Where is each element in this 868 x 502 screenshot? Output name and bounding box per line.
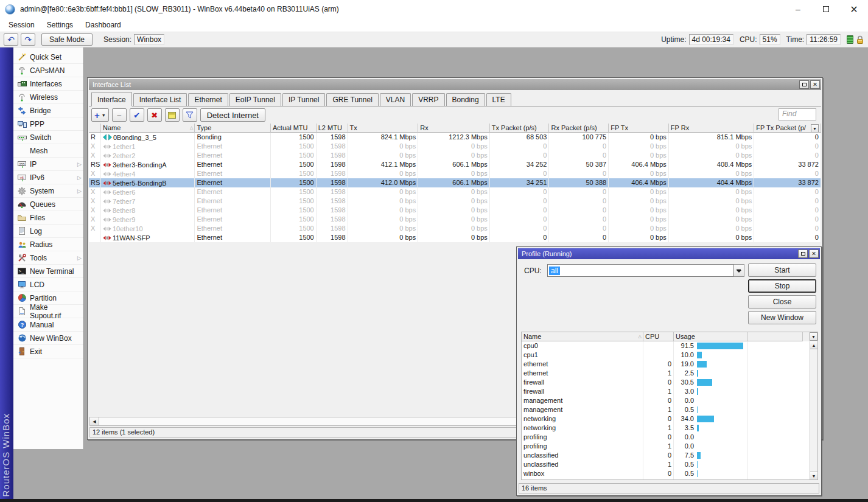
start-button[interactable]: Start [748,263,816,277]
menu-item-settings[interactable]: Settings [41,19,79,30]
sidebar-item-quick-set[interactable]: Quick Set [13,51,83,64]
interface-row-5ether5-bondingb[interactable]: RS5ether5-BondingBEthernet15001598412.0 … [89,178,821,187]
profile-row-profiling-1[interactable]: profiling10.0 [522,442,817,451]
safe-mode-button[interactable]: Safe Mode [41,33,93,46]
interface-window-close-icon[interactable]: ✕ [810,80,820,89]
tab-gre-tunnel[interactable]: GRE Tunnel [326,93,378,106]
column-header-rx-packet-p-s-[interactable]: Rx Packet (p/s) [549,124,609,133]
sidebar-item-lcd[interactable]: LCD [13,278,83,291]
sidebar-item-log[interactable]: Log [13,225,83,238]
menu-item-session[interactable]: Session [2,19,41,30]
sidebar-item-mesh[interactable]: Mesh [13,144,83,158]
sidebar-item-queues[interactable]: Queues [13,198,83,211]
remove-button[interactable]: − [112,108,127,122]
sidebar-item-system[interactable]: System▷ [13,184,83,198]
vertical-scrollbar[interactable]: ▲ ▼ [810,341,817,479]
profile-row-management-0[interactable]: management00.0 [522,396,817,405]
profile-row-cpu0[interactable]: cpu091.5 [522,341,817,350]
scroll-left-icon[interactable]: ◀ [90,417,99,425]
sidebar-item-capsman[interactable]: CAPsMAN [13,64,83,77]
interface-window-titlebar[interactable]: Interface List ✕ [89,79,821,90]
profile-row-firewall-0[interactable]: firewall030.5 [522,378,817,387]
profile-column-header-name[interactable]: Name△ [522,332,643,341]
profile-row-ethernet-0[interactable]: ethernet019.0 [522,360,817,369]
tab-interface[interactable]: Interface [91,92,132,106]
app-titlebar[interactable]: admin@[fe80::6e3b:6bff:fef4:bbb1] (SLOW_… [0,0,868,18]
interface-row-9ether9[interactable]: X9ether9Ethernet150015980 bps0 bps000 bp… [89,215,821,224]
scroll-up-icon[interactable]: ▲ [810,341,817,349]
sidebar-item-ip[interactable]: 255IP▷ [13,158,83,171]
interface-row-3ether3-bondinga[interactable]: RS3ether3-BondingAEthernet15001598412.1 … [89,160,821,169]
sidebar-item-ipv6[interactable]: v6IPv6▷ [13,171,83,184]
profile-window-restore-icon[interactable] [798,249,808,258]
cpu-combobox[interactable]: all [547,264,733,277]
tab-ethernet[interactable]: Ethernet [188,93,228,106]
profile-column-header-cpu[interactable]: CPU [643,332,674,341]
profile-window-close-icon[interactable]: ✕ [809,249,819,258]
sidebar-item-radius[interactable]: Radius [13,238,83,251]
maximize-button[interactable] [812,0,840,18]
add-button[interactable]: +▼ [91,108,109,122]
sidebar-item-manual[interactable]: ?Manual [13,318,83,332]
column-header-fp-rx[interactable]: FP Rx [669,124,755,133]
tab-eoip-tunnel[interactable]: EoIP Tunnel [229,93,281,106]
tab-vrrp[interactable]: VRRP [412,93,444,106]
interface-window-restore-icon[interactable] [799,80,809,89]
sidebar-item-files[interactable]: Files [13,211,83,225]
tab-vlan[interactable]: VLAN [380,93,411,106]
minimize-button[interactable]: – [784,0,812,18]
column-header-l2-mtu[interactable]: L2 MTU [317,124,348,133]
close-button[interactable]: ✕ [840,0,868,18]
tab-interface-list[interactable]: Interface List [133,93,187,106]
profile-row-management-1[interactable]: management10.5 [522,405,817,414]
profile-row-ethernet-1[interactable]: ethernet12.5 [522,369,817,378]
profile-row-winbox-1[interactable]: winbox10.0 [522,478,817,480]
column-header-name[interactable]: Name△ [101,124,195,133]
interface-row-10ether10[interactable]: X10ether10Ethernet150015980 bps0 bps000 … [89,224,821,233]
column-header-tx-packet-p-s-[interactable]: Tx Packet (p/s) [490,124,550,133]
profile-column-options-icon[interactable]: ▼ [810,332,817,341]
sidebar-item-wireless[interactable]: Wireless [13,91,83,104]
menu-item-dashboard[interactable]: Dashboard [79,19,127,30]
interface-row-8ether8[interactable]: X8ether8Ethernet150015980 bps0 bps000 bp… [89,206,821,215]
undo-button[interactable]: ↶ [4,33,18,46]
close-button[interactable]: Close [748,295,816,309]
interface-row-2ether2[interactable]: X2ether2Ethernet150015980 bps0 bps000 bp… [89,151,821,160]
profile-row-winbox-0[interactable]: winbox00.5 [522,469,817,478]
filter-icon[interactable] [183,108,197,122]
profile-row-networking-0[interactable]: networking034.0 [522,414,817,424]
profile-row-networking-1[interactable]: networking13.5 [522,424,817,433]
scroll-down-icon[interactable]: ▼ [810,472,817,479]
column-header-tx[interactable]: Tx [348,124,419,133]
cpu-dropdown-icon[interactable] [733,264,744,277]
sidebar-item-new-winbox[interactable]: New WinBox [13,332,83,345]
interface-row-7ether7[interactable]: X7ether7Ethernet150015980 bps0 bps000 bp… [89,197,821,206]
profile-window-titlebar[interactable]: Profile (Running) ✕ [518,248,820,259]
column-header-type[interactable]: Type [195,124,271,133]
interface-row-0bonding-3-5[interactable]: R0Bonding_3_5Bonding15001598824.1 Mbps12… [89,133,821,142]
sidebar-item-interfaces[interactable]: Interfaces [13,77,83,91]
sidebar-item-bridge[interactable]: Bridge [13,104,83,117]
sidebar-item-new-terminal[interactable]: >_New Terminal [13,265,83,278]
interface-row-1ether1[interactable]: X1ether1Ethernet150015980 bps0 bps000 bp… [89,142,821,151]
column-header-actual-mtu[interactable]: Actual MTU [271,124,317,133]
sidebar-item-make-supout-rif[interactable]: Make Supout.rif [13,305,83,318]
interface-row-11wan-sfp[interactable]: 11WAN-SFPEthernet150015980 bps0 bps000 b… [89,233,821,242]
new-window-button[interactable]: New Window [748,311,816,324]
sidebar-item-switch[interactable]: Switch [13,131,83,144]
profile-row-profiling-0[interactable]: profiling00.0 [522,433,817,442]
tab-lte[interactable]: LTE [486,93,511,106]
profile-row-unclassified-0[interactable]: unclassified07.5 [522,451,817,460]
tab-ip-tunnel[interactable]: IP Tunnel [282,93,325,106]
stop-button[interactable]: Stop [748,279,816,293]
disable-button[interactable]: ✖ [147,108,162,122]
sidebar-item-exit[interactable]: Exit [13,345,83,358]
column-header-flags[interactable] [89,124,101,133]
find-input[interactable]: Find [779,108,816,120]
interface-row-4ether4[interactable]: X4ether4Ethernet150015980 bps0 bps000 bp… [89,169,821,178]
profile-column-header-blank[interactable] [748,332,803,341]
profile-row-unclassified-1[interactable]: unclassified10.5 [522,460,817,469]
sidebar-item-ppp[interactable]: PPP [13,117,83,131]
profile-row-firewall-1[interactable]: firewall13.0 [522,387,817,396]
profile-column-header-usage[interactable]: Usage [674,332,748,341]
